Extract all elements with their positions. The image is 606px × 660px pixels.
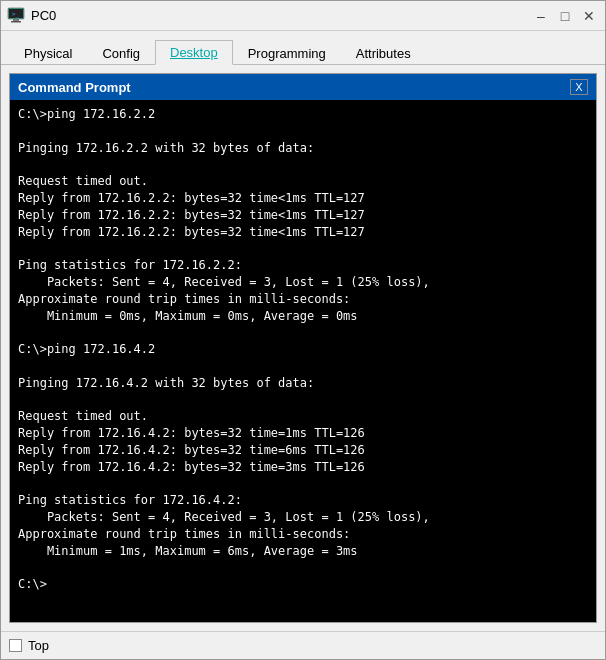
title-bar-left: >_ PC0 xyxy=(7,7,56,25)
top-checkbox[interactable] xyxy=(9,639,22,652)
cmd-title: Command Prompt xyxy=(18,80,131,95)
close-window-button[interactable]: ✕ xyxy=(579,6,599,26)
tab-physical[interactable]: Physical xyxy=(9,41,87,65)
cmd-title-bar: Command Prompt X xyxy=(10,74,596,100)
cmd-text: C:\>ping 172.16.2.2 Pinging 172.16.2.2 w… xyxy=(18,106,588,593)
maximize-button[interactable]: □ xyxy=(555,6,575,26)
main-window: >_ PC0 – □ ✕ Physical Config Desktop Pro… xyxy=(0,0,606,660)
tab-config[interactable]: Config xyxy=(87,41,155,65)
title-bar: >_ PC0 – □ ✕ xyxy=(1,1,605,31)
cmd-window: Command Prompt X C:\>ping 172.16.2.2 Pin… xyxy=(9,73,597,623)
tab-bar: Physical Config Desktop Programming Attr… xyxy=(1,31,605,65)
tab-desktop[interactable]: Desktop xyxy=(155,40,233,65)
tab-programming[interactable]: Programming xyxy=(233,41,341,65)
cmd-body[interactable]: C:\>ping 172.16.2.2 Pinging 172.16.2.2 w… xyxy=(10,100,596,599)
window-title: PC0 xyxy=(31,8,56,23)
cmd-body-outer: C:\>ping 172.16.2.2 Pinging 172.16.2.2 w… xyxy=(10,100,596,622)
bottom-bar: Top xyxy=(1,631,605,659)
cmd-close-button[interactable]: X xyxy=(570,79,588,95)
minimize-button[interactable]: – xyxy=(531,6,551,26)
top-label: Top xyxy=(28,638,49,653)
svg-rect-1 xyxy=(13,19,19,21)
svg-rect-2 xyxy=(11,21,21,23)
content-area: Command Prompt X C:\>ping 172.16.2.2 Pin… xyxy=(1,65,605,631)
svg-text:>_: >_ xyxy=(12,10,20,18)
tab-attributes[interactable]: Attributes xyxy=(341,41,426,65)
computer-icon: >_ xyxy=(7,7,25,25)
title-bar-controls: – □ ✕ xyxy=(531,6,599,26)
